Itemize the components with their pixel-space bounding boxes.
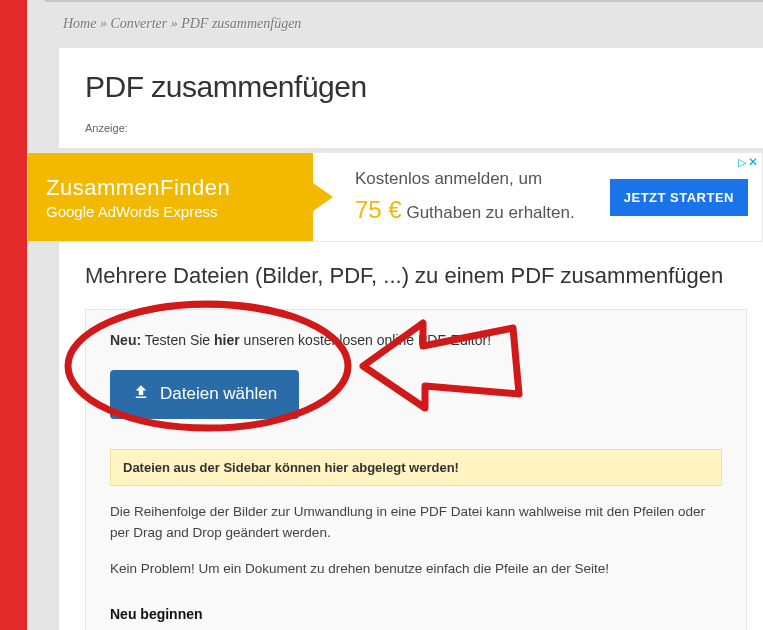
ad-cta-button[interactable]: JETZT STARTEN <box>610 179 748 216</box>
section-title: Mehrere Dateien (Bilder, PDF, ...) zu ei… <box>85 262 747 291</box>
ad-close-icon[interactable]: ✕ <box>748 155 758 169</box>
breadcrumb-sep: » <box>171 16 178 31</box>
main-section: Mehrere Dateien (Bilder, PDF, ...) zu ei… <box>59 242 763 630</box>
choose-files-button[interactable]: Dateien wählen <box>110 370 299 419</box>
ad-label: Anzeige: <box>85 122 763 134</box>
editor-link[interactable]: hier <box>214 332 240 348</box>
page-title: PDF zusammenfügen <box>85 70 763 104</box>
ad-subrest: AdWords Express <box>94 203 217 220</box>
breadcrumb-converter[interactable]: Converter <box>110 16 167 31</box>
neu-pre: Testen Sie <box>141 332 214 348</box>
upload-icon <box>132 383 150 406</box>
title-block: PDF zusammenfügen Anzeige: <box>59 48 763 148</box>
breadcrumb-current: PDF zusammenfügen <box>181 16 301 31</box>
breadcrumb: Home » Converter » PDF zusammenfügen <box>27 2 763 46</box>
rotate-info: Kein Problem! Um ein Dokument zu drehen … <box>110 559 722 580</box>
choose-files-label: Dateien wählen <box>160 384 277 404</box>
ad-brand: Google <box>46 203 94 220</box>
ad-line1: Kostenlos anmelden, um <box>355 166 610 192</box>
ad-title: ZusammenFinden <box>46 175 313 201</box>
breadcrumb-home[interactable]: Home <box>63 16 96 31</box>
ad-container: ZusammenFinden Google AdWords Express Ko… <box>27 152 763 242</box>
ad-subtitle: Google AdWords Express <box>46 203 313 220</box>
ad-left-panel: ZusammenFinden Google AdWords Express <box>28 153 313 241</box>
ad-body: Kostenlos anmelden, um 75 € Guthaben zu … <box>313 153 610 241</box>
breadcrumb-sep: » <box>100 16 107 31</box>
adchoices[interactable]: ▷✕ <box>738 155 758 169</box>
neu-rest: unseren kostenlosen online PDF-Editor! <box>240 332 491 348</box>
editor-promo: Neu: Testen Sie hier unseren kostenlosen… <box>110 332 722 348</box>
dropzone-hint[interactable]: Dateien aus der Sidebar können hier abge… <box>110 449 722 486</box>
ad-line2-rest: Guthaben zu erhalten. <box>402 203 575 222</box>
page-content: Home » Converter » PDF zusammenfügen PDF… <box>27 0 763 630</box>
reorder-info: Die Reihenfolge der Bilder zur Umwandlun… <box>110 502 722 544</box>
restart-link[interactable]: Neu beginnen <box>110 606 722 622</box>
upload-area: Neu: Testen Sie hier unseren kostenlosen… <box>85 309 747 630</box>
sidebar-stripe <box>0 0 27 630</box>
ad-price: 75 € <box>355 196 402 223</box>
neu-label: Neu: <box>110 332 141 348</box>
ad-banner[interactable]: ZusammenFinden Google AdWords Express Ko… <box>27 152 763 242</box>
adchoices-icon[interactable]: ▷ <box>738 156 746 168</box>
ad-line2: 75 € Guthaben zu erhalten. <box>355 192 610 228</box>
